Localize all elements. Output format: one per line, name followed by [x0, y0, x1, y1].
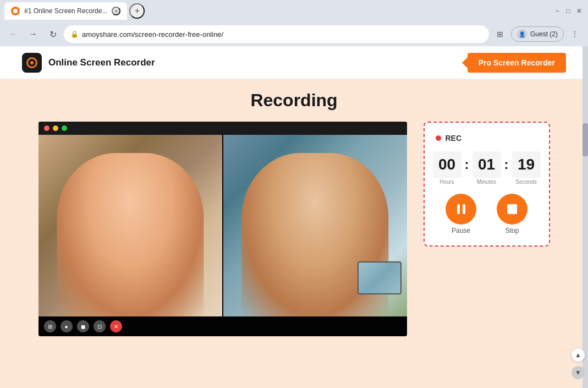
- timer-seconds-label: Seconds: [515, 179, 537, 185]
- video-bottom-bar: ⊞ ● ◼ ⊡ ✕: [39, 316, 407, 336]
- video-feeds: [39, 135, 407, 316]
- forward-button[interactable]: →: [24, 25, 42, 43]
- rec-label: REC: [446, 134, 462, 143]
- main-area: Recording: [0, 79, 588, 388]
- nav-bar: ← → ↻ 🔒 ⊞ 👤 Guest (2) ⋮: [0, 22, 588, 46]
- pause-btn-group: Pause: [446, 194, 476, 234]
- title-bar: #1 Online Screen Recorde... ✕ + − □ ✕: [0, 0, 588, 22]
- content-row: ⊞ ● ◼ ⊡ ✕ REC: [39, 122, 550, 336]
- window-controls: − □ ✕: [553, 7, 584, 15]
- timer-colon-2: :: [504, 157, 509, 172]
- active-tab[interactable]: #1 Online Screen Recorde... ✕: [4, 2, 127, 20]
- menu-button[interactable]: ⋮: [566, 25, 584, 43]
- profile-icon: 👤: [517, 29, 527, 39]
- pause-label: Pause: [452, 227, 470, 234]
- pro-screen-recorder-button[interactable]: Pro Screen Recorder: [468, 53, 566, 73]
- video-ctrl-end[interactable]: ✕: [110, 320, 122, 332]
- video-feed-left: [39, 135, 222, 316]
- video-inner: ⊞ ● ◼ ⊡ ✕: [39, 122, 407, 336]
- timer-minutes-label: Minutes: [477, 179, 496, 185]
- address-bar-container: 🔒: [64, 25, 489, 43]
- logo-dot: [30, 61, 34, 64]
- new-tab-button[interactable]: +: [129, 3, 145, 19]
- timer-seconds-unit: 19 Seconds: [512, 151, 541, 185]
- person-left: [57, 153, 204, 316]
- traffic-light-red: [44, 125, 50, 131]
- timer-display: 00 Hours : 01 Minutes : 19 Seconds: [436, 151, 538, 185]
- tab-close-button[interactable]: ✕: [112, 7, 120, 15]
- pro-button-label: Pro Screen Recorder: [479, 58, 555, 67]
- traffic-light-green: [62, 125, 67, 131]
- maximize-button[interactable]: □: [564, 7, 573, 15]
- logo-area: Online Screen Recorder: [22, 53, 155, 73]
- video-mini-thumbnail: [358, 261, 402, 294]
- stop-btn-group: Stop: [497, 194, 527, 234]
- tab-favicon: [11, 7, 20, 15]
- sidebar-toggle-button[interactable]: ⊞: [491, 25, 509, 43]
- stop-label: Stop: [505, 227, 519, 234]
- profile-button[interactable]: 👤 Guest (2): [511, 26, 564, 42]
- close-button[interactable]: ✕: [575, 7, 584, 15]
- app-logo: [22, 53, 42, 73]
- page-header: Online Screen Recorder Pro Screen Record…: [0, 46, 588, 79]
- scroll-down-button[interactable]: ▼: [571, 366, 585, 379]
- rec-controls: Pause Stop: [436, 194, 538, 234]
- pause-icon: [457, 204, 465, 214]
- video-ctrl-3[interactable]: ◼: [77, 320, 89, 332]
- video-ctrl-1[interactable]: ⊞: [44, 320, 56, 332]
- tab-favicon-inner: [13, 9, 18, 13]
- timer-hours-value: 00: [433, 151, 461, 178]
- tab-strip: #1 Online Screen Recorde... ✕ +: [4, 2, 551, 20]
- address-bar-input[interactable]: [82, 30, 482, 39]
- scroll-up-button[interactable]: ▲: [571, 348, 585, 362]
- video-feed-right: [223, 135, 407, 316]
- pause-bar-1: [457, 204, 460, 214]
- timer-hours-label: Hours: [439, 179, 454, 185]
- pause-bar-2: [463, 204, 465, 214]
- scroll-thumb[interactable]: [582, 123, 588, 156]
- minimize-button[interactable]: −: [553, 7, 562, 15]
- back-button[interactable]: ←: [4, 25, 22, 43]
- stop-button[interactable]: [497, 194, 527, 225]
- timer-colon-1: :: [465, 157, 469, 172]
- refresh-button[interactable]: ↻: [44, 25, 62, 43]
- timer-minutes-value: 01: [472, 151, 501, 178]
- traffic-light-yellow: [53, 125, 58, 131]
- scrollbar[interactable]: [582, 46, 588, 388]
- timer-seconds-value: 19: [512, 151, 541, 178]
- video-ctrl-2[interactable]: ●: [61, 320, 73, 332]
- nav-right: ⊞ 👤 Guest (2) ⋮: [491, 25, 584, 43]
- video-toolbar: [39, 122, 407, 135]
- video-ctrl-4[interactable]: ⊡: [94, 320, 106, 332]
- tab-label: #1 Online Screen Recorde...: [24, 7, 107, 15]
- logo-ring: [26, 57, 37, 68]
- rec-indicator-dot: [436, 135, 441, 141]
- page-title: Recording: [250, 90, 337, 111]
- stop-icon: [507, 204, 517, 214]
- page-content: Online Screen Recorder Pro Screen Record…: [0, 46, 588, 388]
- video-container: ⊞ ● ◼ ⊡ ✕: [39, 122, 407, 336]
- profile-label: Guest (2): [530, 30, 558, 38]
- pause-button[interactable]: [446, 194, 476, 225]
- timer-hours-unit: 00 Hours: [433, 151, 461, 185]
- recording-panel: REC 00 Hours : 01 Minutes :: [424, 122, 550, 247]
- rec-header: REC: [436, 134, 538, 143]
- lock-icon: 🔒: [70, 30, 79, 38]
- timer-minutes-unit: 01 Minutes: [472, 151, 501, 185]
- app-name: Online Screen Recorder: [48, 57, 155, 68]
